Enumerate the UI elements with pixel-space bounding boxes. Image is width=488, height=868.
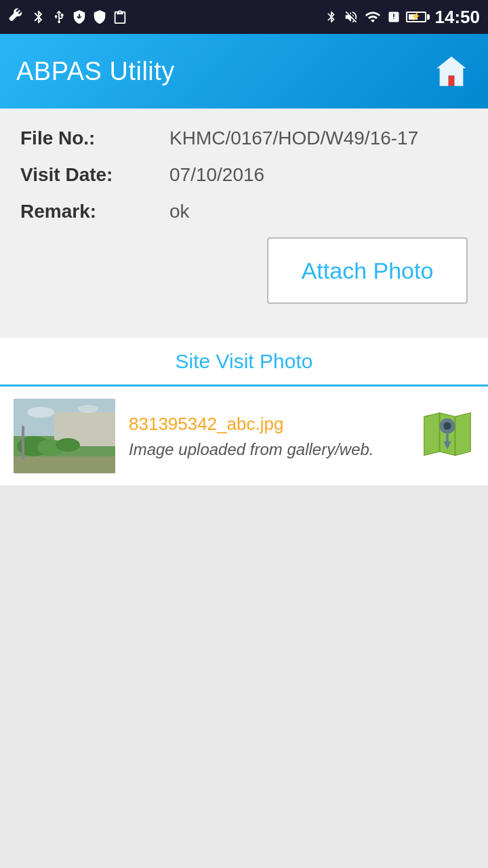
attach-photo-row: Attach Photo: [20, 237, 468, 317]
status-icons-left: [8, 8, 127, 26]
photo-list: 831395342_abc.jpg Image uploaded from ga…: [0, 387, 488, 486]
svg-point-10: [27, 407, 54, 418]
svg-rect-8: [14, 456, 115, 473]
visit-date-row: Visit Date: 07/10/2016: [20, 164, 468, 186]
svg-point-11: [78, 405, 98, 413]
alert-icon: [387, 9, 401, 25]
status-icons-right: ⚡ 14:50: [325, 7, 481, 28]
shield-down-icon: [72, 8, 87, 26]
file-no-label: File No.:: [20, 127, 169, 149]
home-icon: [434, 54, 469, 89]
visit-date-value: 07/10/2016: [169, 164, 468, 186]
file-no-row: File No.: KHMC/0167/HOD/W49/16-17: [20, 127, 468, 149]
visit-date-label: Visit Date:: [20, 164, 169, 186]
site-visit-tab[interactable]: Site Visit Photo: [0, 338, 488, 387]
photo-item: 831395342_abc.jpg Image uploaded from ga…: [0, 387, 488, 486]
shield-solid-icon: [92, 8, 107, 26]
app-bar: ABPAS Utility: [0, 34, 488, 108]
svg-point-7: [56, 438, 80, 452]
tab-label-wrap: Site Visit Photo: [0, 338, 488, 387]
remark-row: Remark: ok: [20, 201, 468, 222]
time-display: 14:50: [435, 7, 481, 28]
photo-caption: Image uploaded from gallery/web.: [129, 440, 407, 459]
wifi-icon: [364, 9, 382, 25]
photo-filename: 831395342_abc.jpg: [129, 414, 407, 435]
clipboard-icon: [113, 8, 127, 26]
usb-icon: [52, 8, 66, 26]
info-section: File No.: KHMC/0167/HOD/W49/16-17 Visit …: [0, 108, 488, 338]
status-bar: ⚡ 14:50: [0, 0, 488, 34]
bluetooth-icon: [31, 8, 46, 26]
attach-photo-button[interactable]: Attach Photo: [267, 237, 468, 304]
map-pin-icon: [423, 409, 472, 463]
svg-point-16: [443, 422, 451, 429]
file-no-value: KHMC/0167/HOD/W49/16-17: [169, 127, 468, 149]
app-title: ABPAS Utility: [16, 57, 175, 86]
svg-rect-9: [22, 426, 24, 460]
home-button[interactable]: [431, 51, 472, 92]
remark-label: Remark:: [20, 201, 169, 222]
photo-thumbnail: [14, 399, 115, 473]
photo-info: 831395342_abc.jpg Image uploaded from ga…: [115, 414, 420, 459]
bluetooth-right-icon: [325, 9, 338, 25]
svg-rect-1: [449, 76, 455, 86]
attach-photo-label: Attach Photo: [302, 258, 434, 284]
map-location-button[interactable]: [420, 406, 474, 467]
battery-icon: ⚡: [406, 12, 430, 22]
site-visit-tab-label: Site Visit Photo: [176, 350, 313, 373]
bottom-empty-area: [0, 486, 488, 798]
mute-icon: [344, 9, 359, 25]
remark-value: ok: [169, 201, 468, 222]
wrench-icon: [8, 8, 26, 26]
